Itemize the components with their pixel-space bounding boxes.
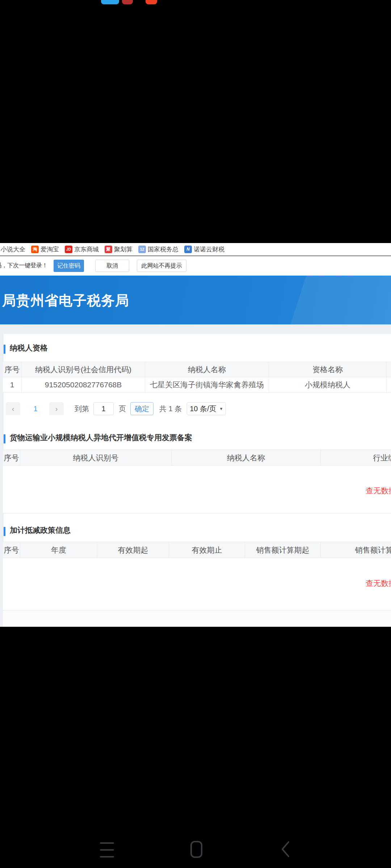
total-count-label: 共 1 条 — [159, 404, 182, 414]
back-button[interactable] — [280, 841, 290, 859]
next-page-button[interactable]: › — [49, 402, 64, 415]
cell-qualification: 小规模纳税人 — [269, 377, 387, 392]
confirm-page-button[interactable]: 确定 — [130, 402, 154, 415]
password-prompt-message: 码，下次一键登录！ — [0, 262, 48, 269]
col-header-year: 年度 — [20, 542, 97, 558]
section-accent-bar — [4, 434, 5, 443]
freight-empty-body: 查无数据 — [3, 466, 391, 514]
col-header-taxpayer-id: 纳税人识别号(社会信用代码) — [22, 362, 145, 377]
pagination: ‹ 1 › 到第 页 确定 共 1 条 10 条/页 ▼ — [3, 401, 391, 417]
recents-button[interactable] — [100, 842, 114, 858]
col-header-industry-code: 行业编码 — [321, 450, 391, 465]
browser-tab-icon-dark-red[interactable] — [122, 0, 133, 4]
jd-icon: JD — [65, 246, 72, 253]
current-page-number[interactable]: 1 — [29, 405, 42, 413]
back-chevron-icon — [280, 841, 290, 858]
taxpayer-table: 序号 纳税人识别号(社会信用代码) 纳税人名称 资格名称 1 915205020… — [3, 362, 391, 393]
page-number-input[interactable] — [93, 402, 114, 415]
site-header: 局贵州省电子税务局 — [0, 276, 391, 324]
col-header-sales-calc-to: 销售额计算期止 — [321, 542, 391, 558]
bookmark-nuonuo[interactable]: N 诺诺云财税 — [184, 245, 224, 254]
bookmark-jd[interactable]: JD 京东商城 — [65, 245, 99, 254]
table-row: 1 91520502082776768B 七星关区海子街镇海华家禽养殖场 小规模… — [3, 377, 391, 393]
col-header-cutoff — [387, 362, 391, 377]
bookmark-juhuasuan[interactable]: 聚 聚划算 — [105, 245, 133, 254]
nuonuo-icon: N — [184, 246, 192, 253]
freight-table: 序号 纳税人识别号 纳税人名称 行业编码 — [3, 450, 391, 466]
bookmark-novel[interactable]: 小说大全 — [1, 245, 25, 254]
bookmark-label: 爱淘宝 — [41, 245, 59, 254]
taxpayer-section-title: 纳税人资格 — [10, 343, 48, 353]
section-accent-bar — [4, 345, 5, 354]
recents-icon — [100, 842, 114, 844]
bookmark-tax-bureau[interactable]: 12 国家税务总 — [138, 245, 178, 254]
page-title: 局贵州省电子税务局 — [2, 292, 129, 310]
freight-table-header: 序号 纳税人识别号 纳税人名称 行业编码 — [3, 450, 391, 466]
deduction-table: 序号 年度 有效期起 有效期止 销售额计算期起 销售额计算期止 — [3, 542, 391, 558]
page-unit-label: 页 — [119, 404, 126, 414]
phone-screen: 小说大全 淘 爱淘宝 JD 京东商城 聚 聚划算 12 国家税务总 N 诺诺云财… — [0, 0, 391, 868]
bookmark-label: 小说大全 — [1, 245, 25, 254]
taobao-icon: 淘 — [31, 246, 39, 253]
password-save-prompt: 码，下次一键登录！ 记住密码 取消 此网站不再提示 — [0, 256, 391, 276]
bookmark-aitaobao[interactable]: 淘 爱淘宝 — [31, 245, 59, 254]
col-header-taxpayer-name: 纳税人名称 — [172, 450, 321, 465]
left-gutter — [0, 334, 3, 627]
col-header-taxpayer-id: 纳税人识别号 — [20, 450, 172, 465]
home-button[interactable] — [190, 841, 202, 858]
col-header-taxpayer-name: 纳税人名称 — [145, 362, 269, 377]
page-size-value: 10 条/页 — [190, 404, 216, 414]
taxpayer-table-header: 序号 纳税人识别号(社会信用代码) 纳税人名称 资格名称 — [3, 362, 391, 377]
no-data-message: 查无数据 — [366, 486, 391, 496]
header-divider-band — [0, 324, 391, 334]
bookmark-label: 诺诺云财税 — [194, 245, 224, 254]
col-header-valid-to: 有效期止 — [169, 542, 245, 558]
cancel-button[interactable]: 取消 — [95, 260, 129, 272]
col-header-seq: 序号 — [3, 450, 20, 465]
section-accent-bar — [4, 527, 5, 536]
page-size-select[interactable]: 10 条/页 ▼ — [187, 402, 226, 415]
cell-cutoff — [387, 377, 391, 392]
no-data-message: 查无数据 — [366, 578, 391, 588]
cell-taxpayer-name: 七星关区海子街镇海华家禽养殖场 — [145, 377, 269, 392]
browser-tab-icon-blue[interactable] — [101, 0, 119, 4]
dismiss-site-button[interactable]: 此网站不再提示 — [137, 260, 186, 272]
col-header-valid-from: 有效期起 — [97, 542, 169, 558]
bookmark-label: 国家税务总 — [148, 245, 178, 254]
tax-bureau-icon: 12 — [138, 246, 146, 253]
prev-page-button[interactable]: ‹ — [6, 402, 20, 415]
cell-seq: 1 — [3, 377, 22, 392]
content-bottom-strip — [3, 611, 391, 627]
bookmarks-bar: 小说大全 淘 爱淘宝 JD 京东商城 聚 聚划算 12 国家税务总 N 诺诺云财… — [0, 243, 391, 256]
remember-password-button[interactable]: 记住密码 — [54, 260, 84, 272]
col-header-seq: 序号 — [3, 542, 20, 558]
bookmark-label: 京东商城 — [74, 245, 99, 254]
goto-page-label: 到第 — [75, 404, 89, 414]
col-header-sales-calc-from: 销售额计算期起 — [245, 542, 321, 558]
deduction-section-title: 加计抵减政策信息 — [10, 525, 71, 535]
cell-taxpayer-id: 91520502082776768B — [22, 377, 145, 392]
bookmark-label: 聚划算 — [114, 245, 133, 254]
freight-section-title: 货物运输业小规模纳税人异地代开增值税专用发票备案 — [10, 433, 192, 443]
juhuasuan-icon: 聚 — [105, 246, 112, 253]
browser-tab-icon-red[interactable] — [146, 0, 157, 4]
header-swoosh-decoration — [285, 276, 391, 324]
deduction-empty-body: 查无数据 — [3, 558, 391, 610]
col-header-seq: 序号 — [3, 362, 22, 377]
col-header-qualification: 资格名称 — [269, 362, 387, 377]
deduction-table-header: 序号 年度 有效期起 有效期止 销售额计算期起 销售额计算期止 — [3, 542, 391, 558]
chevron-down-icon: ▼ — [219, 407, 223, 411]
